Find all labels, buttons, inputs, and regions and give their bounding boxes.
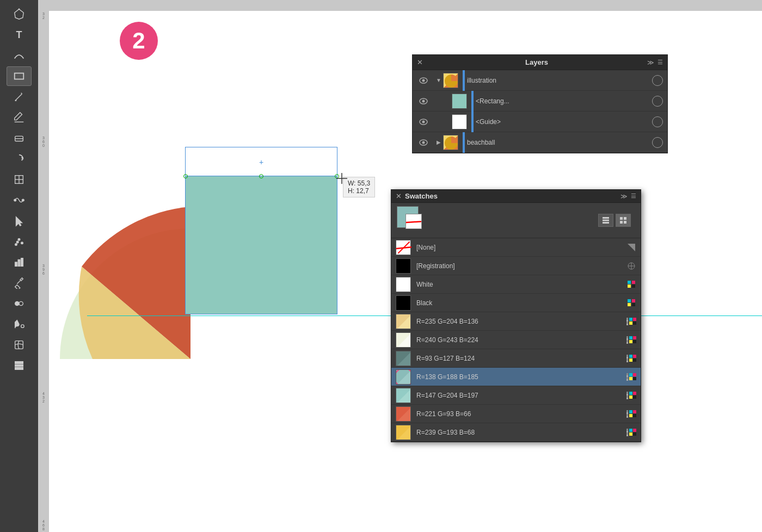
eye-visibility-illustration[interactable]	[417, 74, 430, 87]
warp-tool-btn[interactable]	[7, 190, 32, 210]
layer-row-guide[interactable]: <Guide>	[413, 112, 667, 132]
eraser-tool-btn[interactable]	[7, 128, 32, 148]
swatch-indicator-white	[626, 280, 636, 289]
swatch-indicator-r235	[626, 317, 636, 326]
selection-tool-btn[interactable]	[7, 211, 32, 231]
swatch-name-r240: R=240 G=243 B=224	[416, 336, 626, 344]
swatches-grid-view-button[interactable]	[616, 214, 631, 227]
swatch-item-none[interactable]: [None]	[391, 238, 641, 257]
swatch-color-white	[396, 277, 411, 292]
bar-graph-tool-btn[interactable]	[7, 356, 32, 375]
svg-point-29	[422, 79, 425, 82]
svg-rect-16	[21, 258, 23, 267]
layer-target-rect[interactable]	[652, 96, 663, 107]
curve-tool-btn[interactable]	[7, 46, 32, 65]
step-badge: 2	[120, 22, 158, 60]
svg-line-46	[396, 247, 411, 249]
swatch-name-white: White	[416, 281, 626, 288]
layer-name-illustration: illustration	[467, 77, 652, 84]
layers-collapse-button[interactable]: ≫	[647, 59, 654, 66]
layer-expand-arrow-illustration[interactable]: ▼	[434, 77, 443, 83]
scatter-tool-btn[interactable]	[7, 232, 32, 251]
swatch-indicator-r221	[626, 409, 636, 419]
layer-name-rect: <Rectang...	[476, 97, 652, 105]
background-swatch[interactable]	[405, 214, 422, 229]
rectangle-tool-btn[interactable]	[7, 66, 32, 86]
layer-expand-arrow-beachball[interactable]: ▶	[434, 139, 443, 145]
svg-marker-57	[396, 425, 411, 440]
swatch-name-none: [None]	[416, 244, 626, 251]
pencil-tool-btn[interactable]	[7, 108, 32, 127]
svg-point-13	[16, 241, 19, 243]
swatch-item-black[interactable]: Black	[391, 294, 641, 312]
svg-line-17	[17, 281, 20, 284]
swatches-close-button[interactable]: ✕	[396, 192, 402, 200]
swatch-item-registration[interactable]: [Registration]	[391, 257, 641, 275]
layers-close-button[interactable]: ✕	[417, 58, 423, 66]
layers-panel-title: Layers	[525, 58, 548, 66]
swatch-item-r221[interactable]: R=221 G=93 B=66	[391, 405, 641, 423]
svg-rect-42	[620, 217, 623, 220]
swatch-indicator-r239	[626, 428, 636, 437]
eyedropper-tool-btn[interactable]	[7, 273, 32, 293]
svg-point-8	[14, 199, 16, 201]
svg-point-18	[15, 301, 19, 305]
swatch-name-r138: R=138 G=188 B=185	[416, 373, 626, 381]
swatch-name-r147: R=147 G=204 B=197	[416, 392, 626, 399]
decorative-shape	[49, 54, 190, 359]
svg-rect-23	[15, 368, 23, 370]
swatch-item-r138[interactable]: R=138 G=188 B=185	[391, 368, 641, 386]
brush-tool-btn[interactable]	[7, 87, 32, 107]
swatch-indicator-r147	[626, 391, 636, 400]
swatch-item-r93[interactable]: R=93 G=127 B=124	[391, 349, 641, 368]
swatch-name-black: Black	[416, 299, 626, 307]
swatch-item-r239[interactable]: R=239 G=193 B=68	[391, 423, 641, 442]
layer-blue-bar-illustration	[463, 70, 465, 91]
blend-tool-btn[interactable]	[7, 294, 32, 313]
dimension-tooltip: W: 55,3 H: 12,7	[343, 177, 375, 197]
svg-point-32	[422, 100, 425, 102]
swatches-menu-button[interactable]: ☰	[631, 193, 636, 200]
swatch-list: [None] [Registration] White	[391, 238, 641, 442]
selected-rectangle-top: +	[185, 147, 337, 177]
swatches-list-view-button[interactable]	[598, 214, 613, 227]
layer-target-guide[interactable]	[652, 116, 663, 127]
swatch-item-r240[interactable]: R=240 G=243 B=224	[391, 331, 641, 349]
layers-menu-button[interactable]: ☰	[657, 59, 663, 66]
swatch-item-r235[interactable]: R=235 G=204 B=136	[391, 312, 641, 331]
swatches-panel-title: Swatches	[405, 192, 438, 200]
swatch-name-registration: [Registration]	[416, 262, 626, 270]
swatch-name-r221: R=221 G=93 B=66	[416, 410, 626, 418]
step-number: 2	[132, 28, 145, 54]
layers-panel-titlebar: ✕ Layers ≫ ☰	[413, 55, 667, 70]
pen-tool-btn[interactable]	[7, 4, 32, 24]
mesh-tool-btn[interactable]	[7, 335, 32, 355]
swatch-item-r147[interactable]: R=147 G=204 B=197	[391, 386, 641, 405]
layer-target-illustration[interactable]	[652, 75, 663, 86]
transform-tool-btn[interactable]	[7, 170, 32, 189]
swatch-color-r147	[396, 388, 411, 403]
swatch-item-white[interactable]: White	[391, 275, 641, 294]
svg-point-0	[19, 8, 20, 10]
paint-bucket-tool-btn[interactable]	[7, 314, 32, 334]
swatches-collapse-button[interactable]: ≫	[620, 193, 628, 200]
swatch-name-r235: R=235 G=204 B=136	[416, 318, 626, 325]
layer-blue-bar-rect	[471, 91, 474, 112]
svg-point-10	[15, 244, 17, 246]
eye-visibility-guide[interactable]	[417, 115, 430, 128]
svg-marker-51	[396, 314, 411, 329]
rotate-tool-btn[interactable]	[7, 149, 32, 169]
svg-marker-47	[628, 244, 635, 251]
swatch-indicator-r138	[626, 372, 636, 382]
layer-target-beachball[interactable]	[652, 137, 663, 148]
column-graph-tool-btn[interactable]	[7, 252, 32, 272]
type-tool-btn[interactable]: T	[7, 25, 32, 45]
layer-row-beachball[interactable]: ▶ beachball	[413, 132, 667, 153]
svg-rect-14	[15, 262, 17, 266]
layer-row-illustration[interactable]: ▼ illustration	[413, 70, 667, 91]
layer-row-rect[interactable]: <Rectang...	[413, 91, 667, 112]
swatch-name-r93: R=93 G=127 B=124	[416, 355, 626, 362]
eye-visibility-beachball[interactable]	[417, 136, 430, 149]
swatch-color-black	[396, 295, 411, 311]
eye-visibility-rect[interactable]	[417, 95, 430, 108]
